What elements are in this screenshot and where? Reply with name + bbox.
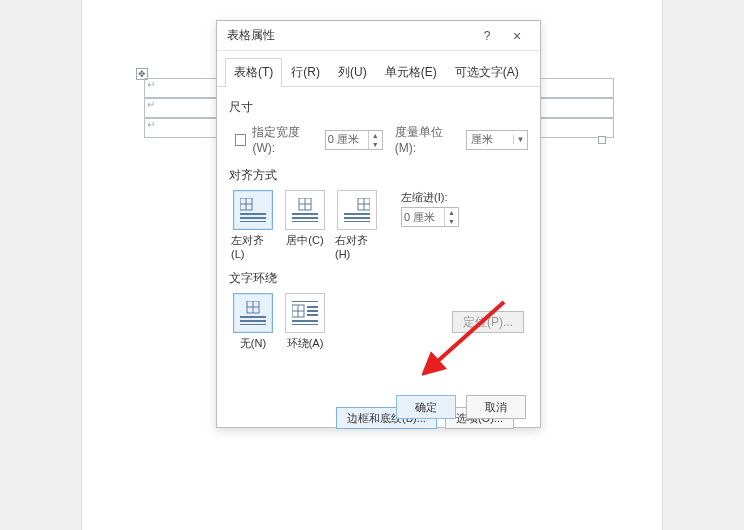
unit-value: 厘米	[467, 132, 513, 147]
align-left-button[interactable]	[233, 190, 273, 230]
tab-cell[interactable]: 单元格(E)	[376, 58, 446, 87]
chevron-down-icon: ▼	[513, 135, 527, 144]
dialog-title: 表格属性	[227, 27, 472, 44]
cancel-button[interactable]: 取消	[466, 395, 526, 419]
indent-label: 左缩进(I):	[401, 190, 459, 205]
tab-bar: 表格(T) 行(R) 列(U) 单元格(E) 可选文字(A)	[217, 51, 540, 87]
unit-select[interactable]: 厘米 ▼	[466, 130, 528, 150]
close-button[interactable]: ×	[502, 23, 532, 49]
table-properties-dialog: 表格属性 ? × 表格(T) 行(R) 列(U) 单元格(E) 可选文字(A) …	[216, 20, 541, 428]
align-section-label: 对齐方式	[229, 167, 528, 184]
align-right-icon	[344, 198, 370, 222]
align-right-label: 右对齐(H)	[335, 233, 379, 260]
spinner-up-icon[interactable]: ▲	[445, 208, 458, 217]
wrap-around-icon	[292, 301, 318, 325]
help-button[interactable]: ?	[472, 23, 502, 49]
spinner-up-icon[interactable]: ▲	[369, 131, 382, 140]
position-button: 定位(P)...	[452, 311, 524, 333]
wrap-section-label: 文字环绕	[229, 270, 528, 287]
table-resize-handle[interactable]	[598, 136, 606, 144]
wrap-none-button[interactable]	[233, 293, 273, 333]
ok-button[interactable]: 确定	[396, 395, 456, 419]
align-center-label: 居中(C)	[286, 233, 323, 248]
spinner-down-icon[interactable]: ▼	[445, 217, 458, 226]
wrap-around-button[interactable]	[285, 293, 325, 333]
unit-label: 度量单位(M):	[395, 124, 460, 155]
align-right-button[interactable]	[337, 190, 377, 230]
specify-width-checkbox[interactable]	[235, 134, 246, 146]
wrap-none-label: 无(N)	[240, 336, 266, 351]
spinner-down-icon[interactable]: ▼	[369, 140, 382, 149]
width-input[interactable]	[326, 131, 368, 149]
tab-alt-text[interactable]: 可选文字(A)	[446, 58, 528, 87]
wrap-none-icon	[240, 301, 266, 325]
specify-width-label: 指定宽度(W):	[252, 124, 318, 155]
width-spinner[interactable]: ▲▼	[325, 130, 383, 150]
wrap-around-label: 环绕(A)	[287, 336, 324, 351]
align-left-icon	[240, 198, 266, 222]
size-section-label: 尺寸	[229, 99, 528, 116]
tab-row[interactable]: 行(R)	[282, 58, 329, 87]
dialog-titlebar: 表格属性 ? ×	[217, 21, 540, 51]
tab-column[interactable]: 列(U)	[329, 58, 376, 87]
align-center-icon	[292, 198, 318, 222]
indent-input[interactable]	[402, 208, 444, 226]
tab-table[interactable]: 表格(T)	[225, 58, 282, 87]
align-center-button[interactable]	[285, 190, 325, 230]
align-left-label: 左对齐(L)	[231, 233, 275, 260]
indent-spinner[interactable]: ▲▼	[401, 207, 459, 227]
